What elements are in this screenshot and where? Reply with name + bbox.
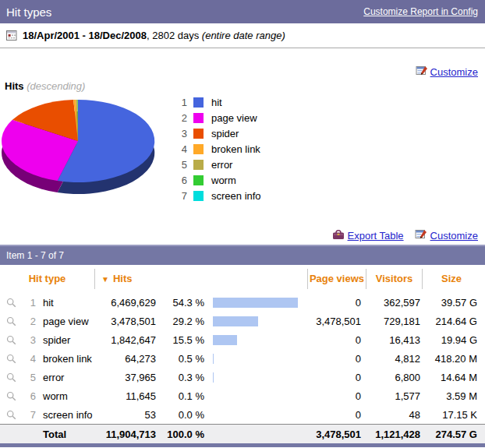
export-table[interactable]: Export Table [332, 229, 404, 242]
legend-label: error [211, 159, 232, 171]
date-range-value: 18/Apr/2001 - 18/Dec/2008 [23, 30, 147, 41]
table-row: 6worm11,6450.1 %01,5773.59 M [0, 386, 485, 405]
row-rank: 2 [22, 316, 36, 327]
hits-percent: 54.3 % [156, 297, 204, 309]
legend-index: 4 [178, 143, 187, 155]
export-icon [332, 229, 345, 242]
legend-item: 6worm [178, 172, 261, 188]
magnifier-icon[interactable] [6, 410, 16, 420]
table-customize-link[interactable]: Customize [430, 230, 478, 242]
pie-legend: 1hit2page view3spider4broken link5error6… [178, 94, 261, 203]
page-views-value: 0 [307, 409, 366, 421]
percent-bar [213, 354, 214, 364]
hits-value: 1,842,647 [95, 334, 156, 346]
magnifier-icon[interactable] [6, 372, 16, 383]
legend-index: 3 [178, 128, 187, 139]
hits-percent: 0.1 % [156, 390, 204, 402]
percent-bar [213, 298, 298, 308]
hits-value: 53 [95, 409, 156, 421]
legend-index: 2 [178, 112, 187, 124]
hits-value: 3,478,501 [95, 316, 156, 327]
visitors-value: 48 [366, 409, 422, 421]
hits-percent: 15.5 % [156, 334, 204, 346]
page-views-value: 3,478,501 [307, 316, 366, 327]
page-views-value: 0 [307, 334, 366, 346]
row-rank: 1 [22, 297, 36, 309]
table-body: 1hit6,469,62954.3 %0362,59739.57 G2page … [0, 293, 485, 424]
column-header-size[interactable]: Size [422, 269, 480, 289]
percent-bar [213, 372, 214, 383]
customize-icon [415, 228, 427, 242]
visitors-value: 1,577 [366, 390, 422, 402]
column-header-page-views[interactable]: Page views [307, 269, 366, 289]
legend-item: 2page view [178, 110, 261, 125]
hit-type-label: error [36, 372, 95, 383]
table-row: 4broken link64,2730.5 %04,812418.20 M [0, 349, 485, 368]
hit-type-label: worm [36, 390, 95, 402]
page-views-value: 0 [307, 372, 366, 383]
table-header: Hit type ▼Hits Page views Visitors Size [0, 265, 485, 293]
total-visitors: 1,121,428 [366, 429, 422, 440]
visitors-value: 729,181 [366, 316, 422, 327]
legend-swatch [193, 160, 204, 170]
date-range-days: , 2802 days [147, 30, 202, 41]
magnifier-icon[interactable] [6, 298, 16, 308]
visitors-value: 362,597 [366, 297, 422, 309]
column-header-visitors[interactable]: Visitors [366, 269, 422, 289]
sort-desc-icon: ▼ [101, 275, 109, 284]
total-hits: 11,904,713 [95, 429, 156, 440]
table-row: 3spider1,842,64715.5 %016,41319.94 G [0, 330, 485, 349]
legend-swatch [193, 175, 204, 185]
hits-percent: 29.2 % [156, 316, 204, 327]
metric-name: Hits [5, 80, 24, 92]
bottom-bar [0, 443, 485, 447]
page-views-value: 0 [307, 390, 366, 402]
hit-type-label: spider [36, 334, 95, 346]
legend-item: 3spider [178, 125, 261, 141]
pie-chart [0, 48, 172, 204]
size-value: 39.57 G [422, 297, 480, 309]
hits-percent: 0.3 % [156, 372, 204, 383]
row-rank: 4 [22, 353, 36, 365]
chart-metric-label: Hits (descending) [5, 80, 85, 92]
magnifier-icon[interactable] [6, 316, 16, 326]
hits-value: 6,469,629 [95, 297, 156, 309]
chart-customize-link[interactable]: Customize [430, 66, 478, 78]
legend-label: worm [211, 175, 236, 186]
hits-value: 11,645 [95, 390, 156, 402]
size-value: 3.59 M [422, 390, 480, 402]
legend-index: 7 [178, 190, 187, 202]
hits-percent: 0.5 % [156, 353, 204, 365]
legend-label: hit [211, 97, 222, 108]
table-row: 2page view3,478,50129.2 %3,478,501729,18… [0, 312, 485, 330]
date-range-bar: 18/Apr/2001 - 18/Dec/2008, 2802 days (en… [0, 23, 485, 48]
percent-bar [213, 335, 237, 345]
magnifier-icon[interactable] [6, 354, 16, 364]
pager-text: Item 1 - 7 of 7 [6, 250, 64, 261]
total-percent: 100.0 % [156, 429, 204, 440]
column-header-hit-type[interactable]: Hit type [0, 269, 95, 289]
legend-swatch [193, 144, 204, 154]
legend-swatch [193, 113, 204, 123]
table-row: 7screen info530.0 %04817.15 K [0, 405, 485, 424]
column-header-hits[interactable]: ▼Hits [95, 269, 307, 289]
pie-depth [2, 111, 154, 194]
visitors-value: 16,413 [366, 334, 422, 346]
table-toolbar: Export Table Customize [0, 226, 485, 245]
customize-report-config-link[interactable]: Customize Report in Config [363, 6, 478, 17]
page-views-value: 0 [307, 297, 366, 309]
magnifier-icon[interactable] [6, 391, 16, 401]
table-total-row: Total 11,904,713 100.0 % 3,478,501 1,121… [0, 424, 485, 443]
legend-label: spider [211, 128, 239, 139]
export-table-link[interactable]: Export Table [348, 230, 404, 242]
row-rank: 6 [22, 390, 36, 402]
chart-customize[interactable]: Customize [416, 65, 478, 79]
customize-icon [416, 65, 428, 79]
row-rank: 5 [22, 372, 36, 383]
table-customize[interactable]: Customize [415, 228, 478, 242]
total-page-views: 3,478,501 [307, 429, 366, 440]
magnifier-icon[interactable] [6, 335, 16, 345]
size-value: 19.94 G [422, 334, 480, 346]
page-title: Hit types [6, 5, 51, 19]
pie-slices [2, 100, 154, 182]
